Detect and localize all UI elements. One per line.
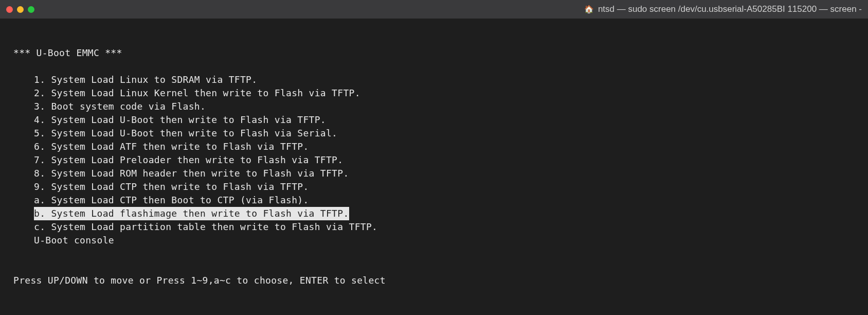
uboot-console-label: U-Boot console xyxy=(13,234,855,247)
menu-line: 1. System Load Linux to SDRAM via TFTP. xyxy=(13,73,855,86)
window-title: 🏠 ntsd — sudo screen /dev/cu.usbserial-A… xyxy=(584,4,862,14)
menu-line: 4. System Load U-Boot then write to Flas… xyxy=(13,113,855,127)
menu-line: 8. System Load ROM header then write to … xyxy=(13,167,855,180)
menu-line: 7. System Load Preloader then write to F… xyxy=(13,153,855,167)
menu-item-6[interactable]: 6. System Load ATF then write to Flash v… xyxy=(34,141,309,152)
menu-line: 6. System Load ATF then write to Flash v… xyxy=(13,140,855,153)
menu-item-5[interactable]: 5. System Load U-Boot then write to Flas… xyxy=(34,128,337,138)
menu-item-a[interactable]: a. System Load CTP then Boot to CTP (via… xyxy=(34,195,309,205)
menu-item-3[interactable]: 3. Boot system code via Flash. xyxy=(34,101,206,112)
menu-footer-hint: Press UP/DOWN to move or Press 1~9,a~c t… xyxy=(13,274,855,287)
menu-line: c. System Load partition table then writ… xyxy=(13,220,855,234)
menu-item-4[interactable]: 4. System Load U-Boot then write to Flas… xyxy=(34,114,326,125)
menu-line: 5. System Load U-Boot then write to Flas… xyxy=(13,127,855,140)
menu-item-b[interactable]: b. System Load flashimage then write to … xyxy=(34,207,349,220)
terminal-content[interactable]: *** U-Boot EMMC ***1. System Load Linux … xyxy=(0,19,868,315)
menu-line: 9. System Load CTP then write to Flash v… xyxy=(13,180,855,194)
home-icon: 🏠 xyxy=(584,5,594,14)
menu-item-1[interactable]: 1. System Load Linux to SDRAM via TFTP. xyxy=(34,74,257,85)
menu-item-8[interactable]: 8. System Load ROM header then write to … xyxy=(34,168,349,179)
menu-line: b. System Load flashimage then write to … xyxy=(13,207,855,220)
menu-item-c[interactable]: c. System Load partition table then writ… xyxy=(34,221,377,232)
menu-line: 2. System Load Linux Kernel then write t… xyxy=(13,86,855,100)
menu-line: a. System Load CTP then Boot to CTP (via… xyxy=(13,194,855,207)
maximize-window-button[interactable] xyxy=(28,6,34,13)
uboot-header: *** U-Boot EMMC *** xyxy=(13,46,855,60)
close-window-button[interactable] xyxy=(6,6,13,13)
window-titlebar: 🏠 ntsd — sudo screen /dev/cu.usbserial-A… xyxy=(0,0,868,19)
minimize-window-button[interactable] xyxy=(17,6,24,13)
traffic-lights xyxy=(6,6,34,13)
menu-line: 3. Boot system code via Flash. xyxy=(13,100,855,113)
menu-item-2[interactable]: 2. System Load Linux Kernel then write t… xyxy=(34,87,360,98)
window-title-text: ntsd — sudo screen /dev/cu.usbserial-A50… xyxy=(598,4,862,14)
menu-item-9[interactable]: 9. System Load CTP then write to Flash v… xyxy=(34,181,309,192)
menu-item-7[interactable]: 7. System Load Preloader then write to F… xyxy=(34,154,343,165)
